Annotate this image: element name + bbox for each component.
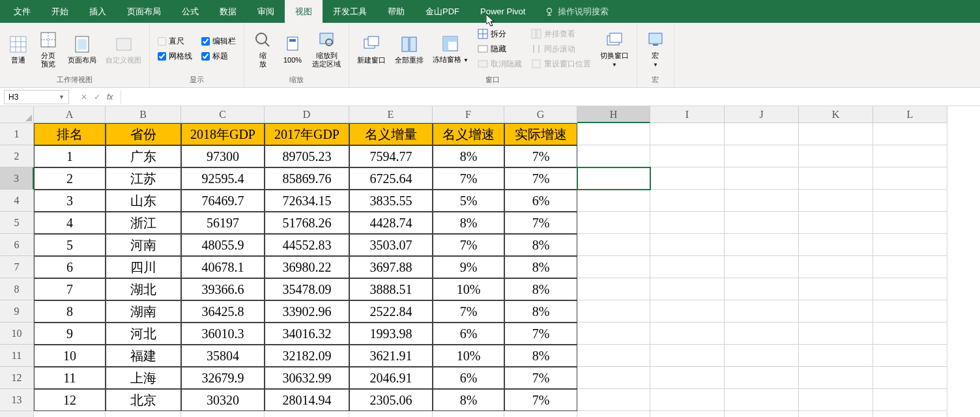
cell-F6[interactable]: 7% [433,234,504,256]
cell-F13[interactable]: 8% [433,389,504,411]
macros-button[interactable]: 宏▼ [641,28,670,70]
cell-E6[interactable]: 3503.07 [349,234,433,256]
cell-H1[interactable] [577,123,650,145]
cell-F1[interactable]: 名义增速 [433,123,504,145]
row-header-3[interactable]: 3 [0,167,34,190]
tab-金山PDF[interactable]: 金山PDF [415,0,470,23]
column-header-E[interactable]: E [349,106,433,123]
cell-L7[interactable] [873,256,947,278]
cell-J14[interactable] [725,411,799,417]
cell-C11[interactable]: 35804 [181,345,265,367]
page-break-preview-button[interactable]: 分页 预览 [34,28,63,70]
tab-Power Pivot[interactable]: Power Pivot [470,0,536,23]
cell-F7[interactable]: 9% [433,256,504,278]
row-header-14[interactable]: 14 [0,411,34,417]
row-header-13[interactable]: 13 [0,389,34,411]
cell-E12[interactable]: 2046.91 [349,367,433,389]
column-header-D[interactable]: D [265,106,349,123]
cell-L8[interactable] [873,278,947,300]
cell-J8[interactable] [725,278,799,300]
cell-H4[interactable] [577,190,650,212]
column-header-H[interactable]: H [577,106,650,123]
cell-K12[interactable] [799,367,873,389]
sync-scroll-button[interactable]: 同步滚动 [527,42,595,56]
cell-K1[interactable] [799,123,873,145]
cell-J1[interactable] [725,123,799,145]
row-header-8[interactable]: 8 [0,278,34,300]
tab-页面布局[interactable]: 页面布局 [117,0,171,23]
tab-文件[interactable]: 文件 [3,0,41,23]
cell-G13[interactable]: 7% [504,389,577,411]
cell-E14[interactable] [349,411,433,417]
cell-A4[interactable]: 3 [34,190,106,212]
new-window-button[interactable]: 新建窗口 [353,33,390,66]
cell-B13[interactable]: 北京 [106,389,181,411]
tell-me-search[interactable]: 操作说明搜索 [536,0,609,23]
reset-position-button[interactable]: 重设窗口位置 [527,57,595,71]
tab-开发工具[interactable]: 开发工具 [323,0,377,23]
cell-I4[interactable] [650,190,725,212]
cell-A2[interactable]: 1 [34,145,106,167]
side-by-side-button[interactable]: 并排查看 [527,27,595,41]
normal-view-button[interactable]: 普通 [4,33,33,66]
cell-I10[interactable] [650,323,725,345]
cell-F5[interactable]: 8% [433,212,504,234]
cell-L13[interactable] [873,389,947,411]
cell-L1[interactable] [873,123,947,145]
column-header-I[interactable]: I [650,106,725,123]
row-header-10[interactable]: 10 [0,323,34,345]
cell-H5[interactable] [577,212,650,234]
cell-E13[interactable]: 2305.06 [349,389,433,411]
cell-L4[interactable] [873,190,947,212]
cell-H13[interactable] [577,389,650,411]
cell-A10[interactable]: 9 [34,323,106,345]
cell-E11[interactable]: 3621.91 [349,345,433,367]
cell-F9[interactable]: 7% [433,300,504,323]
cell-F8[interactable]: 10% [433,278,504,300]
zoom-100-button[interactable]: 100% [278,33,307,66]
cell-D8[interactable]: 35478.09 [265,278,349,300]
cell-K5[interactable] [799,212,873,234]
cell-I11[interactable] [650,345,725,367]
cell-F3[interactable]: 7% [433,167,504,190]
cell-G11[interactable]: 8% [504,345,577,367]
cell-A7[interactable]: 6 [34,256,106,278]
cell-J4[interactable] [725,190,799,212]
select-all-corner[interactable] [0,106,34,123]
cell-J9[interactable] [725,300,799,323]
split-button[interactable]: 拆分 [474,27,526,41]
cell-E8[interactable]: 3888.51 [349,278,433,300]
zoom-selection-button[interactable]: 缩放到 选定区域 [308,28,345,70]
cell-A9[interactable]: 8 [34,300,106,323]
cell-J13[interactable] [725,389,799,411]
cell-D13[interactable]: 28014.94 [265,389,349,411]
switch-windows-button[interactable]: 切换窗口▼ [596,28,633,70]
cell-L2[interactable] [873,145,947,167]
cell-H2[interactable] [577,145,650,167]
worksheet-grid[interactable]: ABCDEFGHIJKL 1排名省份2018年GDP2017年GDP名义增量名义… [0,106,980,417]
tab-帮助[interactable]: 帮助 [377,0,415,23]
cell-I8[interactable] [650,278,725,300]
row-header-4[interactable]: 4 [0,190,34,212]
cell-G14[interactable] [504,411,577,417]
cell-D6[interactable]: 44552.83 [265,234,349,256]
cell-H9[interactable] [577,300,650,323]
freeze-panes-button[interactable]: 冻结窗格 ▼ [429,32,472,66]
cell-C3[interactable]: 92595.4 [181,167,265,190]
cell-E10[interactable]: 1993.98 [349,323,433,345]
row-header-6[interactable]: 6 [0,234,34,256]
cell-A3[interactable]: 2 [34,167,106,190]
cell-B4[interactable]: 山东 [106,190,181,212]
row-header-11[interactable]: 11 [0,345,34,367]
cell-K7[interactable] [799,256,873,278]
cell-L3[interactable] [873,167,947,190]
cell-K3[interactable] [799,167,873,190]
cell-J6[interactable] [725,234,799,256]
cell-D1[interactable]: 2017年GDP [265,123,349,145]
cell-E7[interactable]: 3697.88 [349,256,433,278]
row-header-9[interactable]: 9 [0,300,34,323]
cell-J5[interactable] [725,212,799,234]
cancel-icon[interactable]: ✕ [81,93,87,102]
formula-bar-checkbox[interactable]: 编辑栏 [201,36,236,47]
cell-A14[interactable] [34,411,106,417]
